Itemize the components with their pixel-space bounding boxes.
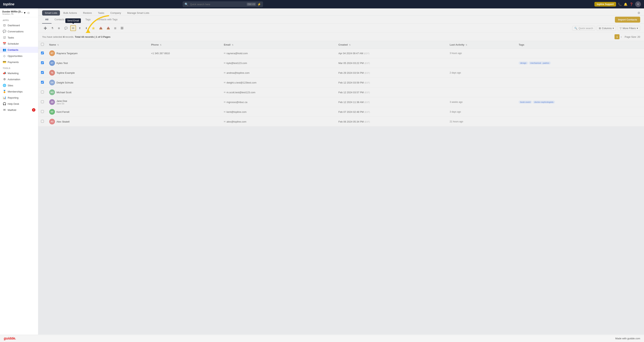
col-email[interactable]: Email ⇅ bbox=[221, 41, 336, 48]
bell-icon[interactable]: 🔔 bbox=[624, 2, 628, 6]
subnav-company[interactable]: Company bbox=[108, 10, 124, 16]
col-tags[interactable]: Tags bbox=[516, 41, 644, 48]
row-name-cell[interactable]: AS Alex Skatell bbox=[46, 117, 148, 126]
row-name-cell[interactable]: JD Jane Doe Jane Do bbox=[46, 97, 148, 107]
tab-all[interactable]: All bbox=[42, 16, 52, 24]
import-button[interactable]: 📥 bbox=[105, 26, 112, 31]
sidebar-item-tasks[interactable]: ☑ Tasks bbox=[0, 34, 38, 40]
subnav-restore[interactable]: Restore bbox=[80, 10, 94, 16]
row-checkbox-cell[interactable] bbox=[38, 107, 46, 117]
row-checkbox-cell[interactable] bbox=[38, 48, 46, 58]
row-email-cell[interactable]: ✉alex@topline.com bbox=[221, 117, 336, 126]
select-all-checkbox[interactable] bbox=[41, 43, 44, 46]
row-checkbox[interactable] bbox=[41, 100, 44, 103]
subnav-tasks[interactable]: Tasks bbox=[95, 10, 107, 16]
row-email-cell[interactable]: ✉mgrosso@nbuc.ca bbox=[221, 97, 336, 107]
top-nav-right: topline Support 📞 🔔 ❓ U bbox=[594, 1, 641, 7]
sidebar-item-payments[interactable]: 💳 Payments bbox=[0, 59, 38, 65]
add-contact-button[interactable]: ➕ bbox=[42, 26, 48, 31]
row-email-cell[interactable]: ✉dwight.s.test@123test.com bbox=[221, 78, 336, 88]
row-checkbox[interactable] bbox=[41, 110, 44, 113]
row-name-cell[interactable]: RT Raynera Targaryen bbox=[46, 48, 148, 58]
tag-badge[interactable]: book event bbox=[518, 100, 532, 104]
col-created[interactable]: Created ⇅ bbox=[336, 41, 447, 48]
sidebar-item-sites[interactable]: 🌐 Sites bbox=[0, 82, 38, 88]
sidebar-item-reporting[interactable]: 📊 Reporting bbox=[0, 94, 38, 101]
sms-button[interactable]: 💬 bbox=[63, 26, 69, 31]
current-page-number[interactable]: 1 bbox=[614, 34, 620, 39]
row-checkbox-cell[interactable] bbox=[38, 117, 46, 126]
download-button[interactable]: ⬇ bbox=[84, 26, 89, 31]
subnav-manage-smart-lists[interactable]: Manage Smart Lists bbox=[124, 10, 152, 16]
row-checkbox[interactable] bbox=[41, 90, 44, 94]
columns-chevron: ▾ bbox=[612, 27, 614, 30]
image-button[interactable]: 🖼 bbox=[119, 26, 125, 31]
merge-button[interactable]: ⊕ bbox=[56, 26, 62, 31]
row-name-cell[interactable]: TE Topline Example bbox=[46, 68, 148, 78]
select-all-header[interactable] bbox=[38, 41, 46, 48]
row-email-cell[interactable]: ✉m.scott.test@test123.com bbox=[221, 88, 336, 97]
row-checkbox[interactable] bbox=[41, 52, 44, 54]
help-icon[interactable]: ❓ bbox=[630, 2, 633, 6]
filter-button[interactable]: ⚗ bbox=[50, 26, 55, 31]
row-checkbox-cell[interactable] bbox=[38, 88, 46, 97]
sidebar-item-scheduler[interactable]: 📅 Scheduler bbox=[0, 40, 38, 47]
row-name-cell[interactable]: KT Kyles Test bbox=[46, 58, 148, 68]
next-page-arrow[interactable]: › bbox=[621, 35, 622, 38]
row-email-cell[interactable]: ✉raynera@hotd.com bbox=[221, 48, 336, 58]
user-avatar[interactable]: U bbox=[635, 1, 641, 7]
columns-button[interactable]: ⊞ Columns ▾ bbox=[597, 26, 616, 31]
workspace-header[interactable]: Dunder Mifflin [D... Scranton, PA ▾ ⊟ bbox=[0, 8, 38, 17]
subnav-bulk-actions[interactable]: Bulk Actions bbox=[61, 10, 80, 16]
columns-icon-button[interactable]: ⊞ bbox=[112, 26, 118, 31]
sidebar-item-contacts[interactable]: 👥 Contacts bbox=[0, 47, 38, 53]
subnav-smart-lists[interactable]: Smart Lists bbox=[42, 10, 60, 16]
row-checkbox[interactable] bbox=[41, 71, 44, 74]
email-value: kyle@test123.com bbox=[226, 62, 247, 64]
tag-badge[interactable]: design bbox=[518, 62, 528, 64]
col-phone[interactable]: Phone ⇅ bbox=[148, 41, 221, 48]
row-name-cell[interactable]: DS Dwight Schrute bbox=[46, 78, 148, 88]
global-search-input[interactable] bbox=[190, 3, 245, 6]
global-search-bar[interactable]: 🔍 Ctrl + K ⚡ bbox=[183, 1, 263, 7]
row-checkbox[interactable] bbox=[41, 120, 44, 123]
col-name[interactable]: Name ⇅ bbox=[46, 41, 148, 48]
row-email-cell[interactable]: ✉kent@topline.com bbox=[221, 107, 336, 117]
sidebar-toggle-icon[interactable]: ⊟ bbox=[28, 11, 30, 14]
support-button[interactable]: topline Support bbox=[594, 2, 616, 6]
row-checkbox-cell[interactable] bbox=[38, 97, 46, 107]
row-email-cell[interactable]: ✉kyle@test123.com bbox=[221, 58, 336, 68]
row-name-cell[interactable]: MS Michael Scott bbox=[46, 88, 148, 97]
sidebar-item-conversations[interactable]: 💬 Conversations bbox=[0, 28, 38, 34]
more-filters-button[interactable]: ▽ More Filters ▾ bbox=[618, 26, 640, 31]
row-checkbox-cell[interactable] bbox=[38, 78, 46, 88]
upload-button[interactable]: ⬆ bbox=[77, 26, 82, 31]
tab-with-tags[interactable]: Contacts with Tags bbox=[94, 16, 120, 24]
sidebar-item-automation[interactable]: ⚙ Automation bbox=[0, 76, 38, 82]
sidebar-item-mailfold[interactable]: ✉ Mailfold 9 bbox=[0, 107, 38, 113]
row-checkbox[interactable] bbox=[41, 61, 44, 64]
tab-tags[interactable]: Tags bbox=[82, 16, 94, 24]
phone-icon[interactable]: 📞 bbox=[618, 2, 622, 6]
inline-search[interactable]: 🔍 Quick search bbox=[572, 26, 595, 31]
export-button[interactable]: 📤 bbox=[98, 26, 104, 31]
tag-badge[interactable]: mechanical - padres bbox=[529, 62, 551, 64]
page-size-label[interactable]: Page Size: 20 bbox=[625, 36, 640, 38]
import-contacts-button[interactable]: Import Contacts bbox=[615, 17, 640, 22]
sidebar-item-marketing[interactable]: 📣 Marketing bbox=[0, 70, 38, 76]
workspace-dropdown-icon[interactable]: ▾ bbox=[24, 11, 26, 14]
tag-badge[interactable]: doctor-nephrologists bbox=[533, 100, 555, 104]
row-email-cell[interactable]: ✉andrea@topline.com bbox=[221, 68, 336, 78]
sidebar-item-memberships[interactable]: 🏅 Memberships bbox=[0, 88, 38, 94]
settings-gear-icon[interactable]: ⚙ bbox=[638, 11, 640, 15]
sidebar-item-helpdesk[interactable]: 🎧 Help Desk bbox=[0, 101, 38, 107]
col-last-activity[interactable]: Last Activity ⇅ bbox=[447, 41, 516, 48]
star-button[interactable]: ⭐ bbox=[90, 26, 96, 31]
sidebar-item-dashboard[interactable]: ⊡ Dashboard bbox=[0, 22, 38, 28]
row-name-cell[interactable]: KF Kent Ferrell bbox=[46, 107, 148, 117]
send-email-button[interactable]: ✉ bbox=[70, 25, 76, 31]
row-checkbox-cell[interactable] bbox=[38, 58, 46, 68]
row-checkbox[interactable] bbox=[41, 81, 44, 84]
sidebar-item-opportunities[interactable]: ◇ Opportunities bbox=[0, 53, 38, 59]
row-checkbox-cell[interactable] bbox=[38, 68, 46, 78]
